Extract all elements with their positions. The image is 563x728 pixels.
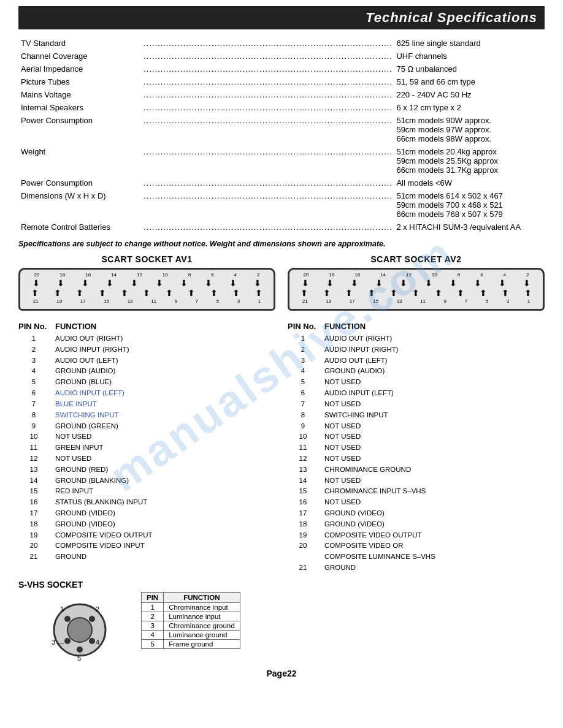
spec-value: 220 - 240V AC 50 Hz (391, 88, 545, 101)
svhs-pin-no: 1 (142, 602, 164, 612)
pin-row: 16NOT USED (288, 497, 545, 508)
pin-no: 16 (18, 497, 49, 508)
pin-func: COMPOSITE VIDEO INPUT (55, 540, 275, 552)
pin-func: GROUND (55, 552, 275, 563)
pin-func: GROUND (VIDEO) (55, 508, 275, 519)
pin-row: 2AUDIO INPUT (RIGHT) (18, 344, 275, 355)
pin-row: 5GROUND (BLUE) (18, 377, 275, 388)
scart-av2-title: SCART SOCKET AV2 (288, 254, 545, 264)
pin-no: 21 (18, 552, 49, 563)
specs-table: TV Standard.............................… (18, 37, 545, 233)
pin-row: 17GROUND (VIDEO) (288, 508, 545, 519)
pin-no: 19 (18, 530, 49, 541)
pin-func: GROUND (GREEN) (55, 421, 275, 432)
scart-av1-diagram: 2018161412108642 ⬇⬇⬇⬇⬇⬇⬇⬇⬇⬇ ⬆⬆⬆⬆⬆⬆⬆⬆⬆⬆⬆ … (18, 268, 275, 311)
spec-dots: ........................................… (141, 101, 391, 114)
pin-row: 1AUDIO OUT (RIGHT) (18, 333, 275, 344)
pin-func: SWITCHING INPUT (324, 410, 545, 421)
svhs-pin-table: PIN FUNCTION 1Chrominance input2Luminanc… (141, 592, 240, 649)
svg-point-1 (67, 618, 92, 642)
spec-dots: ........................................… (141, 176, 391, 189)
pin-row: 4GROUND (AUDIO) (18, 366, 275, 377)
pin-func: AUDIO INPUT (RIGHT) (55, 344, 275, 355)
pin-no: 20 (18, 540, 49, 552)
pin-row: 15CHROMINANCE INPUT S–VHS (288, 486, 545, 497)
spec-value: All models <6W (391, 176, 545, 189)
pin-func: NOT USED (324, 497, 545, 508)
pin-row: 9NOT USED (288, 421, 545, 432)
page: manualshive.com Technical Specifications… (0, 0, 563, 728)
spec-row: TV Standard.............................… (18, 37, 545, 50)
pin-no: 11 (288, 442, 318, 453)
svg-text:3 —: 3 — (52, 639, 64, 646)
spec-row: Remote Control Batteries................… (18, 221, 545, 233)
pin-func: NOT USED (324, 476, 545, 487)
spec-dots: ........................................… (141, 221, 391, 233)
pin-row: 19COMPOSITE VIDEO OUTPUT (288, 530, 545, 541)
pin-func: GROUND (AUDIO) (324, 366, 545, 377)
pin-row: 14GROUND (BLANKING) (18, 476, 275, 487)
pin-row: 15RED INPUT (18, 486, 275, 497)
scart-av2-bottom-numbers: 21191715131197531 (293, 298, 539, 304)
spec-row: Picture Tubes...........................… (18, 75, 545, 88)
pin-func: AUDIO OUT (RIGHT) (324, 333, 545, 344)
pin-no: 18 (18, 519, 49, 530)
spec-label: Picture Tubes (18, 75, 141, 88)
pin-no: 10 (18, 431, 49, 442)
pin-row: 2AUDIO INPUT (RIGHT) (288, 344, 545, 355)
scart-av2-top-arrows: ⬇⬇⬇⬇⬇⬇⬇⬇⬇⬇ (293, 279, 539, 287)
pin-no: 18 (288, 519, 318, 530)
scart-av2-section: SCART SOCKET AV2 2018161412108642 ⬇⬇⬇⬇⬇⬇… (288, 254, 545, 316)
svhs-pin-no: 5 (142, 639, 164, 648)
pin-func: GROUND (VIDEO) (324, 508, 545, 519)
pin-row: 13CHROMINANCE GROUND (288, 464, 545, 476)
pin-row: 21GROUND (18, 552, 275, 563)
scart-av1-bottom-numbers: 21191715131197531 (24, 298, 270, 304)
pin-row: 17GROUND (VIDEO) (18, 508, 275, 519)
spec-label: Aerial Impedance (18, 63, 141, 75)
spec-value: UHF channels (391, 50, 545, 63)
svhs-pin-row: 4Luminance ground (142, 630, 240, 639)
pin-no: 14 (288, 476, 318, 487)
pin-no: 17 (18, 508, 49, 519)
pin-row: 21GROUND (288, 563, 545, 574)
svhs-pin-no: 3 (142, 621, 164, 630)
pin-row: 18GROUND (VIDEO) (18, 519, 275, 530)
pin-row: 8SWITCHING INPUT (288, 410, 545, 421)
spec-label: Internal Speakers (18, 101, 141, 114)
pin-no: 12 (18, 453, 49, 464)
pin-no: 7 (288, 399, 318, 410)
av2-pin-no-header: PIN No. (288, 322, 318, 331)
av2-pin-list: 1AUDIO OUT (RIGHT)2AUDIO INPUT (RIGHT)3A… (288, 333, 545, 574)
pin-no: 7 (18, 399, 49, 410)
specs-note: Specifications are subject to change wit… (18, 240, 545, 248)
pin-no: 4 (288, 366, 318, 377)
pin-no: 17 (288, 508, 318, 519)
spec-label: Power Consumption (18, 114, 141, 145)
svhs-section: S-VHS SOCKET 1 2 3 — 4 (18, 580, 545, 664)
pin-row: 16STATUS (BLANKING) INPUT (18, 497, 275, 508)
spec-label: Mains Voltage (18, 88, 141, 101)
pin-row: 10NOT USED (288, 431, 545, 442)
spec-value: 625 line single standard (391, 37, 545, 50)
pin-table-section: PIN No. FUNCTION 1AUDIO OUT (RIGHT)2AUDI… (18, 322, 545, 574)
pin-row: 1AUDIO OUT (RIGHT) (288, 333, 545, 344)
spec-dots: ........................................… (141, 75, 391, 88)
pin-func: NOT USED (324, 399, 545, 410)
pin-row: 19COMPOSITE VIDEO OUTPUT (18, 530, 275, 541)
pin-func: GROUND (AUDIO) (55, 366, 275, 377)
pin-no: 11 (18, 442, 49, 453)
pin-func: AUDIO INPUT (LEFT) (324, 388, 545, 399)
svhs-func-header: FUNCTION (164, 592, 240, 602)
av1-pin-col: PIN No. FUNCTION 1AUDIO OUT (RIGHT)2AUDI… (18, 322, 275, 574)
pin-row: 9GROUND (GREEN) (18, 421, 275, 432)
scart-av2-bottom-arrows: ⬆⬆⬆⬆⬆⬆⬆⬆⬆⬆⬆ (293, 289, 539, 297)
pin-row: 5NOT USED (288, 377, 545, 388)
pin-no: 9 (288, 421, 318, 432)
svhs-title: S-VHS SOCKET (18, 580, 129, 590)
av1-pin-no-header: PIN No. (18, 322, 49, 331)
svhs-pin-row: 3Chrominance ground (142, 621, 240, 630)
pin-func: GROUND (VIDEO) (324, 519, 545, 530)
pin-func: NOT USED (324, 377, 545, 388)
av1-func-header: FUNCTION (55, 322, 275, 331)
